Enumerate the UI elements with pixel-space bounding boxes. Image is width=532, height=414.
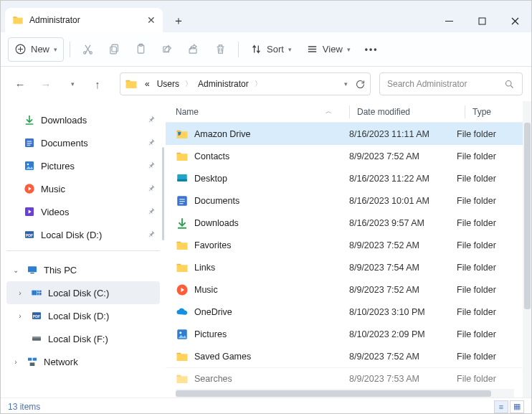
ellipsis-icon: ••• bbox=[365, 44, 379, 55]
rename-button[interactable] bbox=[156, 37, 179, 62]
view-icon bbox=[306, 43, 318, 55]
expand-toggle[interactable]: ⌄ bbox=[11, 266, 21, 274]
file-date: 8/9/2023 7:54 AM bbox=[349, 263, 457, 273]
thumbnails-view-button[interactable]: ▦ bbox=[510, 400, 524, 413]
music-icon bbox=[24, 183, 35, 194]
new-tab-button[interactable]: ＋ bbox=[167, 9, 190, 32]
sort-button[interactable]: Sort ▾ bbox=[244, 37, 298, 62]
tree-item[interactable]: ›Local Disk (D:) bbox=[6, 304, 160, 327]
sidebar-scrollbar[interactable] bbox=[162, 147, 164, 240]
file-row[interactable]: Favorites8/9/2023 7:52 AMFile folder bbox=[166, 234, 523, 256]
column-header-date[interactable]: Date modified bbox=[357, 107, 465, 117]
back-button[interactable]: ← bbox=[9, 73, 31, 95]
file-date: 8/9/2023 7:52 AM bbox=[349, 240, 457, 250]
horizontal-scrollbar[interactable] bbox=[176, 389, 514, 397]
file-type: File folder bbox=[457, 307, 523, 317]
expand-toggle[interactable]: › bbox=[15, 289, 25, 297]
chevron-right-icon[interactable]: 〉 bbox=[184, 79, 194, 89]
file-row[interactable]: Amazon Drive8/16/2023 11:11 AMFile folde… bbox=[166, 123, 523, 145]
breadcrumb-overflow[interactable]: « bbox=[142, 77, 153, 90]
cut-button[interactable] bbox=[76, 37, 100, 62]
refresh-button[interactable] bbox=[355, 79, 366, 90]
column-divider[interactable] bbox=[465, 105, 465, 118]
file-row[interactable]: Saved Games8/9/2023 7:52 AMFile folder bbox=[166, 345, 523, 367]
quick-access-item[interactable]: Music bbox=[6, 177, 160, 200]
sidebar-item-label: Music bbox=[41, 184, 65, 194]
tree-item[interactable]: ›Local Disk (F:) bbox=[6, 327, 160, 350]
view-button[interactable]: View ▾ bbox=[300, 37, 356, 62]
file-row[interactable]: Desktop8/16/2023 11:22 AMFile folder bbox=[166, 167, 523, 189]
share-button[interactable] bbox=[182, 37, 206, 62]
music-icon bbox=[176, 283, 189, 296]
expand-toggle[interactable]: › bbox=[11, 358, 21, 366]
new-button[interactable]: New ▾ bbox=[8, 37, 64, 62]
chevron-right-icon[interactable]: 〉 bbox=[253, 79, 263, 89]
delete-button[interactable] bbox=[209, 37, 232, 62]
quick-access-item[interactable]: Pictures bbox=[6, 154, 160, 177]
scrollbar-thumb[interactable] bbox=[176, 390, 491, 397]
column-divider[interactable] bbox=[349, 105, 350, 118]
desktop-icon bbox=[176, 172, 189, 185]
up-button[interactable]: ↑ bbox=[87, 73, 108, 95]
file-name: Amazon Drive bbox=[194, 129, 251, 139]
search-input[interactable] bbox=[387, 79, 504, 89]
forward-button[interactable]: → bbox=[35, 73, 57, 95]
tree-item[interactable]: ›Network bbox=[6, 350, 160, 373]
file-type: File folder bbox=[457, 352, 523, 362]
minimize-button[interactable] bbox=[432, 9, 465, 32]
close-window-button[interactable] bbox=[498, 9, 531, 32]
pin-icon bbox=[147, 115, 156, 126]
search-box[interactable] bbox=[379, 72, 523, 95]
pin-icon bbox=[147, 184, 156, 194]
pin-icon bbox=[147, 138, 156, 149]
diskpdf-icon bbox=[31, 310, 42, 321]
file-row[interactable]: Contacts8/9/2023 7:52 AMFile folder bbox=[166, 145, 523, 167]
file-date: 8/16/2023 11:11 AM bbox=[349, 129, 457, 139]
expand-toggle[interactable]: › bbox=[15, 312, 25, 320]
divider bbox=[70, 42, 70, 57]
paste-button[interactable] bbox=[129, 37, 153, 62]
tab-close-button[interactable]: ✕ bbox=[146, 14, 157, 26]
tree-item-label: Local Disk (F:) bbox=[48, 334, 108, 344]
sidebar-item-label: Downloads bbox=[41, 115, 87, 126]
file-date: 8/10/2023 2:09 PM bbox=[349, 329, 457, 339]
file-type: File folder bbox=[457, 218, 523, 228]
tree-item-label: This PC bbox=[44, 265, 77, 276]
file-row[interactable]: Music8/9/2023 7:52 AMFile folder bbox=[166, 278, 523, 301]
file-type: File folder bbox=[457, 263, 523, 273]
file-row[interactable]: Downloads8/16/2023 9:57 AMFile folder bbox=[166, 212, 523, 234]
column-header-type[interactable]: Type bbox=[472, 107, 523, 117]
breadcrumb-administrator[interactable]: Administrator bbox=[195, 77, 252, 90]
file-row[interactable]: Documents8/16/2023 10:01 AMFile folder bbox=[166, 189, 523, 212]
address-bar[interactable]: « Users 〉 Administrator 〉 ▾ bbox=[120, 72, 371, 95]
quick-access-item[interactable]: Downloads bbox=[6, 108, 160, 131]
quick-access-item[interactable]: Documents bbox=[6, 131, 160, 154]
quick-access-item[interactable]: Local Disk (D:) bbox=[6, 223, 160, 246]
scrollbar-thumb[interactable] bbox=[524, 123, 531, 309]
details-view-button[interactable]: ≡ bbox=[494, 400, 508, 413]
file-row[interactable]: OneDrive8/10/2023 3:10 PMFile folder bbox=[166, 301, 523, 323]
address-history-dropdown[interactable]: ▾ bbox=[344, 80, 348, 88]
plus-icon bbox=[14, 43, 27, 55]
pin-icon bbox=[147, 161, 156, 171]
file-type: File folder bbox=[457, 240, 523, 250]
file-row[interactable]: Pictures8/10/2023 2:09 PMFile folder bbox=[166, 323, 523, 345]
navigation-pane: DownloadsDocumentsPicturesMusicVideosLoc… bbox=[1, 101, 166, 397]
maximize-button[interactable] bbox=[465, 9, 498, 32]
tree-item[interactable]: ›Local Disk (C:) bbox=[6, 281, 160, 304]
column-header-name[interactable]: Name ︿ bbox=[176, 107, 349, 117]
recent-dropdown[interactable]: ▾ bbox=[61, 73, 82, 95]
tree-item[interactable]: ⌄This PC bbox=[6, 258, 160, 281]
active-tab[interactable]: Administrator ✕ bbox=[5, 8, 163, 32]
quick-access-item[interactable]: Videos bbox=[6, 200, 160, 223]
breadcrumb-users[interactable]: Users bbox=[154, 77, 182, 90]
videos-icon bbox=[24, 206, 35, 217]
vertical-scrollbar[interactable] bbox=[523, 101, 531, 397]
file-date: 8/10/2023 3:10 PM bbox=[349, 307, 457, 317]
more-button[interactable]: ••• bbox=[359, 37, 384, 62]
copy-button[interactable] bbox=[103, 37, 126, 62]
disk-c-icon bbox=[31, 287, 42, 298]
file-row[interactable]: Searches8/9/2023 7:53 AMFile folder bbox=[166, 367, 523, 389]
file-row[interactable]: Links8/9/2023 7:54 AMFile folder bbox=[166, 256, 523, 278]
diskpdf-icon bbox=[24, 229, 35, 240]
